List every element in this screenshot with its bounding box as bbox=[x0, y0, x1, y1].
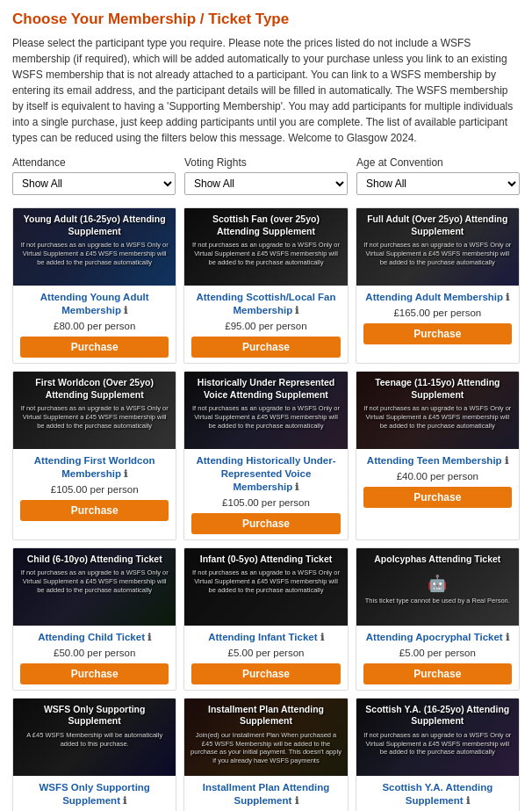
card-image-scottish-fan: Scottish Fan (over 25yo) Attending Suppl… bbox=[184, 208, 347, 286]
card-image-apocryphas: Apolcyphas Attending Ticket🤖This ticket … bbox=[356, 548, 519, 626]
info-icon[interactable]: ℹ bbox=[147, 632, 151, 642]
card-image-first-worldcon: First Worldcon (Over 25yo) Attending Sup… bbox=[13, 372, 176, 449]
voting-rights-filter: Voting Rights Show All bbox=[184, 156, 348, 195]
info-icon[interactable]: ℹ bbox=[506, 292, 509, 302]
card-image-note-first-worldcon: If not purchases as an upgrade to a WSFS… bbox=[18, 404, 170, 430]
info-icon[interactable]: ℹ bbox=[506, 632, 509, 642]
card-title-child: Attending Child Ticket ℹ bbox=[20, 631, 169, 644]
card-title-scottish-fan: Attending Scottish/Local Fan Membership … bbox=[191, 291, 340, 317]
card-image-title-child: Child (6-10yo) Attending Ticket bbox=[27, 554, 162, 566]
card-image-teenage: Teenage (11-15yo) Attending SupplementIf… bbox=[356, 372, 519, 449]
card-price-child: £50.00 per person bbox=[20, 648, 169, 658]
card-image-title-apocryphas: Apolcyphas Attending Ticket bbox=[374, 554, 500, 566]
card-body-full-adult: Attending Adult Membership ℹ£165.00 per … bbox=[356, 286, 519, 363]
card-image-note-scottish-ya: If not purchases as an upgrade to a WSFS… bbox=[362, 731, 514, 757]
card-price-young-adult: £80.00 per person bbox=[20, 321, 169, 331]
cards-grid: Young Adult (16-25yo) Attending Suppleme… bbox=[12, 207, 520, 811]
info-icon[interactable]: ℹ bbox=[320, 632, 324, 642]
card-image-title-young-adult: Young Adult (16-25yo) Attending Suppleme… bbox=[18, 214, 170, 237]
purchase-button-infant[interactable]: Purchase bbox=[191, 663, 340, 684]
card-infant: Infant (0-5yo) Attending TicketIf not pu… bbox=[183, 547, 348, 691]
card-teenage: Teenage (11-15yo) Attending SupplementIf… bbox=[356, 371, 520, 540]
purchase-button-full-adult[interactable]: Purchase bbox=[363, 323, 512, 344]
card-apocryphas: Apolcyphas Attending Ticket🤖This ticket … bbox=[356, 547, 520, 691]
card-title-young-adult: Attending Young Adult Membership ℹ bbox=[20, 291, 169, 317]
purchase-button-young-adult[interactable]: Purchase bbox=[20, 337, 169, 358]
info-icon[interactable]: ℹ bbox=[505, 455, 508, 466]
age-select[interactable]: Show All bbox=[356, 172, 520, 195]
purchase-button-apocryphas[interactable]: Purchase bbox=[363, 663, 512, 684]
card-image-note-installment: Join(ed) our Installment Plan When purch… bbox=[190, 731, 341, 765]
card-title-historically: Attending Historically Under-Represented… bbox=[191, 454, 340, 494]
card-body-child: Attending Child Ticket ℹ£50.00 per perso… bbox=[13, 626, 176, 690]
card-body-wsfs-only: WSFS Only Supporting Supplement ℹPurchas… bbox=[13, 776, 176, 811]
card-title-infant: Attending Infant Ticket ℹ bbox=[191, 631, 340, 644]
purchase-button-historically[interactable]: Purchase bbox=[191, 513, 340, 534]
card-scottish-ya: Scottish Y.A. (16-25yo) Attending Supple… bbox=[356, 698, 520, 811]
info-icon[interactable]: ℹ bbox=[295, 482, 298, 492]
card-price-historically: £105.00 per person bbox=[191, 497, 340, 508]
card-image-note-child: If not purchases as an upgrade to a WSFS… bbox=[18, 568, 170, 594]
card-image-title-wsfs-only: WSFS Only Supporting Supplement bbox=[18, 704, 170, 728]
card-image-note-scottish-fan: If not purchases as an upgrade to a WSFS… bbox=[190, 241, 341, 266]
card-image-note-young-adult: If not purchases as an upgrade to a WSFS… bbox=[18, 241, 170, 266]
attendance-select[interactable]: Show All bbox=[12, 172, 176, 195]
card-image-young-adult: Young Adult (16-25yo) Attending Suppleme… bbox=[13, 208, 176, 286]
card-young-adult: Young Adult (16-25yo) Attending Suppleme… bbox=[12, 207, 176, 364]
card-title-scottish-ya: Scottish Y.A. Attending Supplement ℹ bbox=[363, 781, 512, 807]
voting-rights-label: Voting Rights bbox=[184, 156, 348, 169]
purchase-button-scottish-fan[interactable]: Purchase bbox=[191, 337, 340, 358]
attendance-filter: Attendance Show All bbox=[12, 156, 176, 195]
card-title-apocryphas: Attending Apocryphal Ticket ℹ bbox=[363, 631, 512, 644]
info-icon[interactable]: ℹ bbox=[124, 468, 127, 479]
card-image-note-historically: If not purchases as an upgrade to a WSFS… bbox=[190, 404, 341, 430]
age-filter: Age at Convention Show All bbox=[356, 156, 520, 195]
info-icon[interactable]: ℹ bbox=[124, 305, 127, 315]
card-wsfs-only: WSFS Only Supporting SupplementA £45 WSF… bbox=[12, 698, 176, 811]
info-icon[interactable]: ℹ bbox=[466, 795, 470, 806]
card-image-note-teenage: If not purchases as an upgrade to a WSFS… bbox=[362, 404, 514, 430]
purchase-button-child[interactable]: Purchase bbox=[20, 663, 169, 684]
card-body-installment: Installment Plan Attending Supplement ℹP… bbox=[184, 776, 347, 811]
card-title-first-worldcon: Attending First Worldcon Membership ℹ bbox=[20, 454, 169, 481]
purchase-button-teenage[interactable]: Purchase bbox=[363, 487, 512, 508]
card-image-note-apocryphas: This ticket type cannot be used by a Rea… bbox=[365, 597, 510, 605]
card-image-note-full-adult: If not purchases as an upgrade to a WSFS… bbox=[362, 241, 514, 266]
card-body-historically: Attending Historically Under-Represented… bbox=[184, 449, 347, 539]
purchase-button-first-worldcon[interactable]: Purchase bbox=[20, 500, 169, 521]
card-price-first-worldcon: £105.00 per person bbox=[20, 484, 169, 495]
page-title: Choose Your Membership / Ticket Type bbox=[12, 11, 520, 28]
card-image-full-adult: Full Adult (Over 25yo) Attending Supplem… bbox=[356, 208, 519, 286]
card-image-title-infant: Infant (0-5yo) Attending Ticket bbox=[200, 554, 333, 566]
card-image-child: Child (6-10yo) Attending TicketIf not pu… bbox=[13, 548, 176, 626]
card-image-note-wsfs-only: A £45 WSFS Membership will be automatica… bbox=[18, 731, 170, 749]
info-icon[interactable]: ℹ bbox=[123, 795, 126, 806]
card-body-infant: Attending Infant Ticket ℹ£5.00 per perso… bbox=[184, 626, 347, 690]
card-scottish-fan: Scottish Fan (over 25yo) Attending Suppl… bbox=[183, 207, 348, 364]
card-image-title-historically: Historically Under Represented Voice Att… bbox=[190, 377, 341, 401]
card-first-worldcon: First Worldcon (Over 25yo) Attending Sup… bbox=[12, 371, 176, 540]
card-body-scottish-fan: Attending Scottish/Local Fan Membership … bbox=[184, 286, 347, 363]
info-icon[interactable]: ℹ bbox=[295, 795, 298, 806]
page-container: Choose Your Membership / Ticket Type Ple… bbox=[0, 0, 532, 811]
card-body-young-adult: Attending Young Adult Membership ℹ£80.00… bbox=[13, 286, 176, 363]
card-image-note-infant: If not purchases as an upgrade to a WSFS… bbox=[190, 568, 341, 594]
voting-rights-select[interactable]: Show All bbox=[184, 172, 348, 195]
attendance-label: Attendance bbox=[12, 156, 176, 169]
card-body-scottish-ya: Scottish Y.A. Attending Supplement ℹPurc… bbox=[356, 776, 519, 811]
card-image-infant: Infant (0-5yo) Attending TicketIf not pu… bbox=[184, 548, 347, 626]
card-image-title-scottish-fan: Scottish Fan (over 25yo) Attending Suppl… bbox=[190, 214, 341, 237]
info-icon[interactable]: ℹ bbox=[295, 305, 298, 315]
card-image-wsfs-only: WSFS Only Supporting SupplementA £45 WSF… bbox=[13, 699, 176, 776]
card-image-scottish-ya: Scottish Y.A. (16-25yo) Attending Supple… bbox=[356, 699, 519, 776]
card-full-adult: Full Adult (Over 25yo) Attending Supplem… bbox=[356, 207, 520, 364]
card-image-title-first-worldcon: First Worldcon (Over 25yo) Attending Sup… bbox=[18, 377, 170, 401]
card-title-teenage: Attending Teen Membership ℹ bbox=[363, 454, 512, 467]
card-title-full-adult: Attending Adult Membership ℹ bbox=[363, 291, 512, 304]
age-label: Age at Convention bbox=[356, 156, 520, 169]
card-title-wsfs-only: WSFS Only Supporting Supplement ℹ bbox=[20, 781, 169, 807]
card-price-apocryphas: £5.00 per person bbox=[363, 648, 512, 658]
card-image-title-full-adult: Full Adult (Over 25yo) Attending Supplem… bbox=[362, 214, 514, 237]
card-image-title-teenage: Teenage (11-15yo) Attending Supplement bbox=[362, 377, 514, 401]
card-price-teenage: £40.00 per person bbox=[363, 471, 512, 482]
